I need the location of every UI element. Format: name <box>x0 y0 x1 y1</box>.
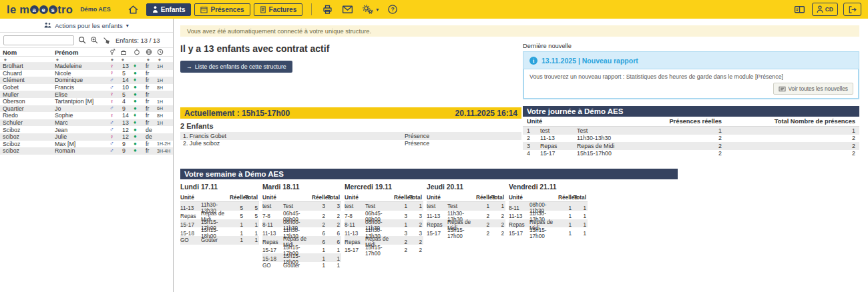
tab-enfants[interactable]: Enfants <box>146 3 192 16</box>
sort-filter-icon[interactable]: ◆ <box>55 57 110 61</box>
sort-filter-icon[interactable]: ◆ <box>3 57 55 61</box>
week-unit-row[interactable]: testTest11 <box>345 202 423 211</box>
week-unit-row[interactable]: 15-1715h15-17h0011 <box>262 245 341 253</box>
today-row[interactable]: 1testTest11 <box>523 127 859 135</box>
settings-button[interactable]: ▾ <box>361 3 380 16</box>
week-unit-row[interactable]: 8-1108h00-11h3011 <box>509 202 588 211</box>
week-unit-row[interactable]: RepasRepas de Midi22 <box>427 219 505 228</box>
help-button[interactable]: ? <box>386 3 399 16</box>
week-unit-row[interactable]: 11-1311h30-13h3011 <box>509 211 588 219</box>
male-icon: ♂ <box>110 105 120 111</box>
week-unit-total: 1 <box>491 203 505 209</box>
age-column-icon[interactable] <box>120 49 134 55</box>
child-row[interactable]: QuartierJo♂9●fr6H <box>0 105 173 113</box>
week-unit-row[interactable]: GOGoûter11 <box>180 236 259 245</box>
week-unit-row[interactable]: 8-1108h00-11h3012 <box>345 219 423 228</box>
language-column-icon[interactable] <box>146 49 157 55</box>
week-unit-row[interactable]: testTest33 <box>262 202 341 211</box>
advanced-search-icon[interactable] <box>90 36 98 44</box>
news-headline-row[interactable]: i 13.11.2025 | Nouveau rapport <box>523 52 859 69</box>
week-unit-row[interactable]: 15-1715h15-17h0022 <box>427 227 505 236</box>
current-child-row[interactable]: 1. Francis GobetPrésence <box>180 132 521 140</box>
gender-column-icon[interactable] <box>110 49 120 55</box>
subscription-button[interactable] <box>793 3 807 15</box>
all-news-button[interactable]: Voir toutes les nouvelles <box>773 83 853 95</box>
clear-filters-icon[interactable] <box>102 36 110 44</box>
week-unit-row[interactable]: 8-1108h00-11h3022 <box>262 219 341 228</box>
week-unit-row[interactable]: 15-1715h15-17h0022 <box>345 245 423 253</box>
week-unit-row[interactable]: RepasRepas de Midi22 <box>345 236 423 245</box>
today-row[interactable]: 415-1715h15-17h0022 <box>523 150 859 158</box>
week-unit-row[interactable]: 7-806h45-08h0033 <box>345 211 423 219</box>
child-row[interactable]: ScibozMax [M]♂9●fr1H-2H <box>0 141 173 148</box>
children-table-header: Nom Prénom <box>0 48 173 57</box>
week-unit-row[interactable]: 7-806h45-08h0022 <box>262 211 341 219</box>
home-button[interactable] <box>126 3 140 17</box>
search-input[interactable] <box>3 35 74 45</box>
news-body: Vous trouverez un nouveau rapport : Stat… <box>523 69 859 99</box>
print-button[interactable] <box>320 3 335 16</box>
child-row[interactable]: ObersonTartantpion [M]♀4●fr1H <box>0 98 173 105</box>
week-unit-row[interactable]: 11-1311h30-13h3033 <box>345 227 423 236</box>
col-prenom[interactable]: Prénom <box>55 49 110 56</box>
actions-dropdown[interactable]: Actions pour les enfants ▾ <box>0 19 173 33</box>
children-list-button[interactable]: → Liste des enfants de cette structure <box>180 61 292 73</box>
week-unit-row[interactable]: 15-1815h15-18h0011 <box>180 227 259 236</box>
week-col-reelles: Réelles <box>558 194 573 201</box>
messages-button[interactable] <box>341 3 355 15</box>
week-unit-row[interactable]: 11-1311h30-13h3066 <box>262 227 341 236</box>
sort-filter-icon[interactable]: ◆ <box>157 57 174 61</box>
week-unit-code: Repas <box>427 222 447 228</box>
week-unit-row[interactable]: GOGoûter11 <box>262 262 341 271</box>
child-row[interactable]: ChuardNicole♀5●fr <box>0 70 173 77</box>
child-row[interactable]: scibozRomain♂9●fr3H-4H <box>0 147 173 155</box>
status-column-icon[interactable] <box>134 49 146 55</box>
child-row[interactable]: SchulerMarc♂13♦fr1H <box>0 119 173 127</box>
today-row-total: 2 <box>722 143 855 149</box>
week-unit-row[interactable]: 15-1715h15-17h0011 <box>509 227 588 236</box>
week-unit-code: Repas <box>509 222 529 228</box>
tab-factures[interactable]: Factures <box>254 3 303 16</box>
week-unit-row[interactable]: 11-1311h30-13h3022 <box>427 211 505 219</box>
child-row[interactable]: scibozJulie♀12●de <box>0 133 173 141</box>
search-icon[interactable] <box>78 36 86 44</box>
today-row-label: 11h30-13h30 <box>577 135 642 141</box>
child-row[interactable]: RiedoSophie♀14♦fr8H <box>0 112 173 119</box>
week-unit-row[interactable]: RepasRepas de Midi55 <box>180 211 259 219</box>
week-col-total: Total <box>409 194 423 201</box>
child-row[interactable]: GobetFrancis♂10●fr8H <box>0 84 173 91</box>
app-logo[interactable]: le maestro <box>7 3 73 16</box>
week-unit-label: Test <box>283 203 312 209</box>
week-unit-row[interactable]: 11-1311h30-13h3055 <box>180 202 259 211</box>
col-nom[interactable]: Nom <box>3 49 55 56</box>
child-row[interactable]: BrülhartMadeleine♀13♦fr1H <box>0 63 173 70</box>
week-unit-code: Repas <box>180 213 201 219</box>
week-days: Lundi 17.11UnitéRéellesTotal11-1311h30-1… <box>180 183 859 270</box>
user-button[interactable]: CD <box>812 3 838 16</box>
week-unit-row[interactable]: RepasRepas de Midi11 <box>509 219 588 228</box>
tab-presences[interactable]: Présences <box>194 3 250 16</box>
today-row[interactable]: 211-1311h30-13h3022 <box>523 135 859 143</box>
female-icon: ♀ <box>110 134 120 140</box>
sort-filter-icon[interactable]: ◆ <box>120 57 134 61</box>
child-row[interactable]: MullerElise♀5●fr <box>0 91 173 98</box>
child-hours: 8H <box>157 113 174 118</box>
child-row[interactable]: ClémentDominique♂14♦fr1H <box>0 77 173 84</box>
child-row[interactable]: ScibozJean♂12●de <box>0 126 173 133</box>
hours-column-icon[interactable] <box>157 49 174 55</box>
week-unit-row[interactable]: 15-1815h15-18h0011 <box>262 253 341 262</box>
week-unit-row[interactable]: 15-1715h15-17h0011 <box>180 219 259 228</box>
current-child-row[interactable]: 2. Julie scibozPrésence <box>180 140 521 148</box>
today-row[interactable]: 3RepasRepas de Midi22 <box>523 142 859 150</box>
sort-filter-icon[interactable]: ◆ <box>146 57 157 61</box>
child-hours: 3H-4H <box>157 149 174 153</box>
child-prenom: Jo <box>55 105 110 112</box>
week-unit-code: Repas <box>345 239 365 245</box>
week-unit-row[interactable]: testTest11 <box>427 202 505 211</box>
week-unit-row[interactable]: RepasRepas de Midi66 <box>262 236 341 245</box>
week-unit-total: 1 <box>244 222 259 228</box>
sort-filter-icon[interactable]: ◆ <box>110 57 120 61</box>
logout-button[interactable] <box>843 3 861 16</box>
female-icon: ♀ <box>110 99 120 105</box>
today-row-code: 15-17 <box>540 150 577 157</box>
